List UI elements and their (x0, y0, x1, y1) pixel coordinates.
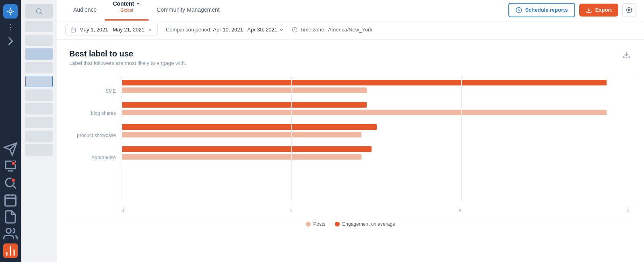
svg-point-3 (6, 178, 14, 187)
thumbnail-9[interactable] (25, 131, 53, 142)
analytics-icon[interactable] (3, 243, 18, 258)
chart-title: Best label to use (69, 49, 186, 58)
send-icon[interactable] (3, 142, 18, 156)
sidebar-dark: ⋮ (0, 0, 21, 262)
bar-engagement (122, 80, 607, 85)
legend-dot-posts (306, 222, 311, 227)
filter-bar: May 1, 2021 - May 21, 2021 Comparison pe… (57, 20, 644, 40)
bar-posts (122, 132, 361, 137)
search-icon[interactable] (25, 4, 53, 19)
bar-posts (122, 110, 607, 115)
chart-row (122, 76, 632, 93)
thumbnail-7[interactable] (25, 103, 53, 114)
date-range-value: May 1, 2021 - May 21, 2021 (79, 27, 144, 33)
users-icon[interactable] (3, 227, 18, 241)
thumbnail-4[interactable] (25, 62, 53, 73)
top-navigation: Audience Content Global Community Manage… (57, 0, 644, 20)
y-axis-label: product showcase (69, 124, 122, 146)
y-axis-label: blog shares (69, 102, 122, 124)
chart-area: Best label to use Label that followers a… (57, 40, 644, 262)
content-sublabel: Global (120, 8, 133, 12)
thumbnail-1[interactable] (25, 21, 53, 32)
svg-rect-5 (5, 195, 16, 206)
download-chart-button[interactable] (621, 49, 632, 60)
thumbnail-5[interactable] (25, 76, 53, 87)
search-social-icon[interactable] (3, 176, 18, 190)
bar-engagement (122, 124, 377, 130)
bar-posts (122, 154, 361, 160)
export-button[interactable]: Export (579, 4, 618, 17)
svg-point-13 (36, 8, 41, 13)
comparison-period: Comparison period: Apr 10, 2021 - Apr 30… (166, 27, 284, 33)
reports-icon[interactable] (3, 210, 18, 224)
main-content: Audience Content Global Community Manage… (57, 0, 644, 262)
sidebar-thumbnails (21, 0, 57, 262)
thumbnail-8[interactable] (25, 117, 53, 128)
x-tick-1: 1 (290, 208, 292, 213)
chart-row (122, 102, 632, 115)
legend-engagement: Engagement on average (335, 221, 395, 227)
bar-chart-wrapper: SMEblog sharesproduct showcaseAgorapulse… (69, 76, 632, 213)
thumbnail-3[interactable] (25, 48, 53, 60)
date-range-picker[interactable]: May 1, 2021 - May 21, 2021 (65, 24, 158, 35)
timezone-display: Time zone: America/New_York (292, 27, 372, 33)
topnav-actions: Schedule reports Export (508, 3, 636, 17)
chart-row (122, 146, 632, 160)
bar-engagement (122, 102, 367, 108)
app-logo[interactable] (3, 4, 18, 19)
nav-chevron-icon[interactable] (3, 34, 18, 48)
tab-content[interactable]: Content Global (105, 0, 149, 21)
legend-dot-engagement (335, 222, 340, 227)
chart-subtitle: Label that followers are most likely to … (69, 60, 186, 66)
calendar-icon[interactable] (3, 193, 18, 207)
chart-row (122, 124, 632, 137)
more-options-icon[interactable]: ⋮ (7, 23, 14, 31)
bar-engagement (122, 146, 372, 152)
x-tick-0: 0 (122, 208, 124, 213)
chart-legend: Posts Engagement on average (69, 218, 632, 227)
thumbnail-10[interactable] (25, 144, 53, 156)
schedule-reports-button[interactable]: Schedule reports (508, 3, 575, 17)
svg-point-17 (628, 9, 630, 11)
bar-posts (122, 87, 367, 93)
svg-rect-18 (71, 28, 76, 32)
thumbnail-2[interactable] (25, 35, 53, 46)
tab-community-management[interactable]: Community Management (149, 0, 227, 21)
x-tick-2: 2 (459, 208, 461, 213)
svg-point-0 (9, 10, 12, 12)
thumbnail-6[interactable] (25, 89, 53, 101)
svg-line-14 (40, 13, 42, 15)
y-axis-label: Agorapulse (69, 146, 122, 168)
inbox-icon[interactable] (3, 159, 18, 173)
tab-audience[interactable]: Audience (65, 0, 105, 21)
y-axis-label: SME (69, 80, 122, 102)
svg-point-9 (6, 229, 11, 233)
x-tick-3: 3 (627, 208, 630, 213)
chart-header: Best label to use Label that followers a… (69, 49, 632, 74)
svg-line-4 (13, 186, 16, 189)
legend-posts: Posts (306, 221, 325, 227)
settings-button[interactable] (622, 3, 636, 17)
